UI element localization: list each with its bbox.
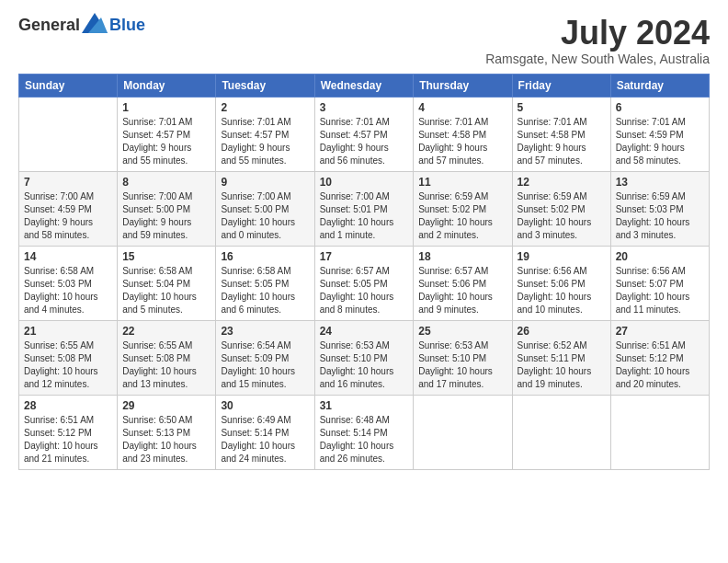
- cell-info: Sunrise: 6:51 AM Sunset: 5:12 PM Dayligh…: [24, 414, 112, 465]
- day-number: 8: [122, 176, 210, 189]
- cell-info: Sunrise: 6:48 AM Sunset: 5:14 PM Dayligh…: [320, 414, 409, 465]
- cell-info: Sunrise: 6:55 AM Sunset: 5:08 PM Dayligh…: [122, 339, 210, 391]
- week-row-1: 1Sunrise: 7:01 AM Sunset: 4:57 PM Daylig…: [19, 97, 710, 171]
- day-number: 12: [518, 176, 606, 189]
- cell-info: Sunrise: 7:01 AM Sunset: 4:59 PM Dayligh…: [616, 116, 704, 167]
- day-number: 27: [616, 325, 704, 338]
- calendar-cell: 16Sunrise: 6:58 AM Sunset: 5:05 PM Dayli…: [216, 246, 314, 320]
- calendar-cell: [610, 395, 709, 469]
- logo: General Blue: [18, 15, 145, 35]
- day-number: 29: [122, 399, 210, 412]
- header-monday: Monday: [118, 74, 216, 97]
- calendar-cell: 8Sunrise: 7:00 AM Sunset: 5:00 PM Daylig…: [118, 171, 216, 246]
- calendar-cell: 19Sunrise: 6:56 AM Sunset: 5:06 PM Dayli…: [512, 246, 610, 320]
- month-title: July 2024: [485, 15, 710, 52]
- week-row-4: 21Sunrise: 6:55 AM Sunset: 5:08 PM Dayli…: [19, 320, 710, 395]
- day-number: 18: [418, 250, 506, 263]
- calendar-cell: 23Sunrise: 6:54 AM Sunset: 5:09 PM Dayli…: [216, 320, 314, 395]
- calendar-header-row: SundayMondayTuesdayWednesdayThursdayFrid…: [19, 74, 710, 97]
- week-row-2: 7Sunrise: 7:00 AM Sunset: 4:59 PM Daylig…: [19, 171, 710, 246]
- week-row-3: 14Sunrise: 6:58 AM Sunset: 5:03 PM Dayli…: [19, 246, 710, 320]
- cell-info: Sunrise: 7:00 AM Sunset: 4:59 PM Dayligh…: [24, 190, 112, 242]
- header-wednesday: Wednesday: [314, 74, 414, 97]
- day-number: 28: [24, 399, 112, 412]
- calendar-cell: 20Sunrise: 6:56 AM Sunset: 5:07 PM Dayli…: [610, 246, 709, 320]
- day-number: 20: [616, 250, 704, 263]
- cell-info: Sunrise: 7:01 AM Sunset: 4:57 PM Dayligh…: [122, 116, 210, 167]
- calendar-cell: 30Sunrise: 6:49 AM Sunset: 5:14 PM Dayli…: [216, 395, 314, 469]
- calendar-cell: 5Sunrise: 7:01 AM Sunset: 4:58 PM Daylig…: [512, 97, 610, 171]
- cell-info: Sunrise: 6:58 AM Sunset: 5:04 PM Dayligh…: [122, 265, 210, 316]
- calendar-cell: 28Sunrise: 6:51 AM Sunset: 5:12 PM Dayli…: [19, 395, 118, 469]
- week-row-5: 28Sunrise: 6:51 AM Sunset: 5:12 PM Dayli…: [19, 395, 710, 469]
- calendar-cell: [512, 395, 610, 469]
- day-number: 31: [320, 399, 409, 412]
- calendar-cell: 15Sunrise: 6:58 AM Sunset: 5:04 PM Dayli…: [118, 246, 216, 320]
- calendar-cell: 10Sunrise: 7:00 AM Sunset: 5:01 PM Dayli…: [314, 171, 414, 246]
- calendar-cell: 6Sunrise: 7:01 AM Sunset: 4:59 PM Daylig…: [610, 97, 709, 171]
- calendar-cell: 7Sunrise: 7:00 AM Sunset: 4:59 PM Daylig…: [19, 171, 118, 246]
- calendar-cell: 9Sunrise: 7:00 AM Sunset: 5:00 PM Daylig…: [216, 171, 314, 246]
- calendar-cell: 4Sunrise: 7:01 AM Sunset: 4:58 PM Daylig…: [414, 97, 512, 171]
- calendar-cell: 26Sunrise: 6:52 AM Sunset: 5:11 PM Dayli…: [512, 320, 610, 395]
- day-number: 23: [221, 325, 309, 338]
- cell-info: Sunrise: 6:53 AM Sunset: 5:10 PM Dayligh…: [320, 339, 409, 391]
- cell-info: Sunrise: 7:01 AM Sunset: 4:57 PM Dayligh…: [221, 116, 309, 167]
- day-number: 26: [518, 325, 606, 338]
- cell-info: Sunrise: 7:00 AM Sunset: 5:00 PM Dayligh…: [122, 190, 210, 242]
- calendar-cell: 27Sunrise: 6:51 AM Sunset: 5:12 PM Dayli…: [610, 320, 709, 395]
- day-number: 10: [320, 176, 409, 189]
- calendar-cell: 18Sunrise: 6:57 AM Sunset: 5:06 PM Dayli…: [414, 246, 512, 320]
- calendar-cell: 29Sunrise: 6:50 AM Sunset: 5:13 PM Dayli…: [118, 395, 216, 469]
- day-number: 22: [122, 325, 210, 338]
- day-number: 19: [518, 250, 606, 263]
- cell-info: Sunrise: 6:59 AM Sunset: 5:02 PM Dayligh…: [518, 190, 606, 242]
- calendar-cell: 24Sunrise: 6:53 AM Sunset: 5:10 PM Dayli…: [314, 320, 414, 395]
- header-tuesday: Tuesday: [216, 74, 314, 97]
- calendar-cell: 2Sunrise: 7:01 AM Sunset: 4:57 PM Daylig…: [216, 97, 314, 171]
- cell-info: Sunrise: 6:57 AM Sunset: 5:06 PM Dayligh…: [418, 265, 506, 316]
- cell-info: Sunrise: 6:54 AM Sunset: 5:09 PM Dayligh…: [221, 339, 309, 391]
- calendar-cell: 31Sunrise: 6:48 AM Sunset: 5:14 PM Dayli…: [314, 395, 414, 469]
- calendar-cell: 25Sunrise: 6:53 AM Sunset: 5:10 PM Dayli…: [414, 320, 512, 395]
- day-number: 1: [122, 101, 210, 114]
- calendar-cell: [414, 395, 512, 469]
- day-number: 21: [24, 325, 112, 338]
- cell-info: Sunrise: 6:51 AM Sunset: 5:12 PM Dayligh…: [616, 339, 704, 391]
- logo-icon: [82, 13, 108, 33]
- calendar-cell: 1Sunrise: 7:01 AM Sunset: 4:57 PM Daylig…: [118, 97, 216, 171]
- cell-info: Sunrise: 6:56 AM Sunset: 5:07 PM Dayligh…: [616, 265, 704, 316]
- cell-info: Sunrise: 7:01 AM Sunset: 4:57 PM Dayligh…: [320, 116, 409, 167]
- day-number: 30: [221, 399, 309, 412]
- calendar-cell: 17Sunrise: 6:57 AM Sunset: 5:05 PM Dayli…: [314, 246, 414, 320]
- day-number: 16: [221, 250, 309, 263]
- calendar-cell: 3Sunrise: 7:01 AM Sunset: 4:57 PM Daylig…: [314, 97, 414, 171]
- calendar-cell: 12Sunrise: 6:59 AM Sunset: 5:02 PM Dayli…: [512, 171, 610, 246]
- cell-info: Sunrise: 6:58 AM Sunset: 5:05 PM Dayligh…: [221, 265, 309, 316]
- calendar-cell: 22Sunrise: 6:55 AM Sunset: 5:08 PM Dayli…: [118, 320, 216, 395]
- cell-info: Sunrise: 6:58 AM Sunset: 5:03 PM Dayligh…: [24, 265, 112, 316]
- header-thursday: Thursday: [414, 74, 512, 97]
- cell-info: Sunrise: 6:57 AM Sunset: 5:05 PM Dayligh…: [320, 265, 409, 316]
- day-number: 13: [616, 176, 704, 189]
- header-sunday: Sunday: [19, 74, 118, 97]
- header-saturday: Saturday: [610, 74, 709, 97]
- day-number: 24: [320, 325, 409, 338]
- day-number: 14: [24, 250, 112, 263]
- cell-info: Sunrise: 7:01 AM Sunset: 4:58 PM Dayligh…: [518, 116, 606, 167]
- day-number: 15: [122, 250, 210, 263]
- cell-info: Sunrise: 6:52 AM Sunset: 5:11 PM Dayligh…: [518, 339, 606, 391]
- calendar: SundayMondayTuesdayWednesdayThursdayFrid…: [18, 74, 710, 470]
- cell-info: Sunrise: 6:59 AM Sunset: 5:02 PM Dayligh…: [418, 190, 506, 242]
- header-friday: Friday: [512, 74, 610, 97]
- cell-info: Sunrise: 6:56 AM Sunset: 5:06 PM Dayligh…: [518, 265, 606, 316]
- day-number: 5: [518, 101, 606, 114]
- title-area: July 2024 Ramsgate, New South Wales, Aus…: [485, 15, 710, 66]
- logo-text-general: General: [18, 16, 80, 35]
- cell-info: Sunrise: 7:00 AM Sunset: 5:00 PM Dayligh…: [221, 190, 309, 242]
- calendar-cell: 14Sunrise: 6:58 AM Sunset: 5:03 PM Dayli…: [19, 246, 118, 320]
- day-number: 7: [24, 176, 112, 189]
- logo-text-blue: Blue: [109, 16, 145, 35]
- cell-info: Sunrise: 6:49 AM Sunset: 5:14 PM Dayligh…: [221, 414, 309, 465]
- day-number: 9: [221, 176, 309, 189]
